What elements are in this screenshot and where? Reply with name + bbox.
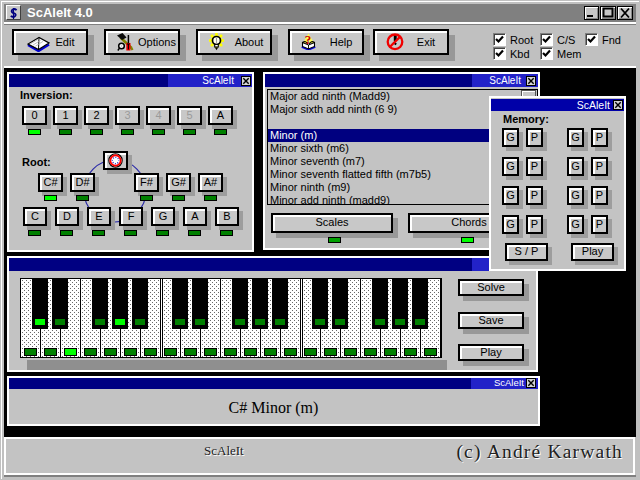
svg-text:?: ? — [305, 33, 312, 47]
